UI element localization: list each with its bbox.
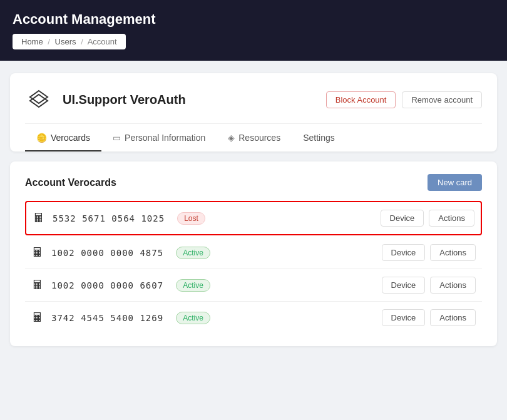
verocards-header: Account Verocards New card xyxy=(25,174,482,191)
account-card: UI.Support VeroAuth Block Account Remove… xyxy=(10,73,497,151)
main-content: UI.Support VeroAuth Block Account Remove… xyxy=(0,61,507,359)
actions-button[interactable]: Actions xyxy=(429,210,474,227)
remove-account-button[interactable]: Remove account xyxy=(402,91,482,108)
account-logo xyxy=(25,86,53,113)
card-icon: 🖩 xyxy=(31,310,44,325)
card-left: 🖩 5532 5671 0564 1025 Lost xyxy=(33,211,205,225)
device-button[interactable]: Device xyxy=(381,210,424,227)
card-actions: Device Actions xyxy=(381,210,474,227)
resources-tab-icon: ◈ xyxy=(228,133,235,143)
tab-verocards[interactable]: 🪙 Verocards xyxy=(25,125,101,151)
tab-resources[interactable]: ◈ Resources xyxy=(217,125,292,151)
card-icon: 🖩 xyxy=(33,211,45,225)
tab-settings[interactable]: Settings xyxy=(292,125,346,151)
card-left: 🖩 1002 0000 0000 6607 Active xyxy=(31,278,210,292)
actions-button[interactable]: Actions xyxy=(430,244,476,261)
top-header: Account Management Home / Users / Accoun… xyxy=(0,0,507,61)
card-left: 🖩 3742 4545 5400 1269 Active xyxy=(31,310,210,325)
card-icon: 🖩 xyxy=(31,278,44,292)
card-number: 3742 4545 5400 1269 xyxy=(51,313,163,323)
page-title: Account Management xyxy=(13,11,494,28)
device-button[interactable]: Device xyxy=(382,244,426,261)
breadcrumb-account: Account xyxy=(88,37,117,46)
account-tabs: 🪙 Verocards ▭ Personal Information ◈ Res… xyxy=(25,125,482,151)
card-left: 🖩 1002 0000 0000 4875 Active xyxy=(31,245,210,260)
card-actions: Device Actions xyxy=(382,244,476,261)
card-number: 1002 0000 0000 6607 xyxy=(51,280,163,290)
breadcrumb-home[interactable]: Home xyxy=(21,37,43,46)
breadcrumb: Home / Users / Account xyxy=(13,34,126,49)
card-number: 5532 5671 0564 1025 xyxy=(53,213,165,223)
card-status-badge: Lost xyxy=(177,212,205,225)
card-actions: Device Actions xyxy=(382,309,476,326)
block-account-button[interactable]: Block Account xyxy=(326,91,396,108)
tab-settings-label: Settings xyxy=(303,133,335,143)
card-icon: 🖩 xyxy=(31,245,44,260)
card-row: 🖩 3742 4545 5400 1269 Active Device Acti… xyxy=(25,302,482,334)
new-card-button[interactable]: New card xyxy=(428,174,482,191)
logo-icon xyxy=(25,86,53,113)
card-row: 🖩 1002 0000 0000 6607 Active Device Acti… xyxy=(25,269,482,302)
tab-personal-information[interactable]: ▭ Personal Information xyxy=(101,125,217,151)
verocards-section: Account Verocards New card 🖩 5532 5671 0… xyxy=(10,161,497,346)
card-list: 🖩 5532 5671 0564 1025 Lost Device Action… xyxy=(25,201,482,334)
tab-verocards-label: Verocards xyxy=(51,133,90,143)
tab-personal-information-label: Personal Information xyxy=(125,133,205,143)
account-name: UI.Support VeroAuth xyxy=(63,93,186,107)
card-actions: Device Actions xyxy=(382,277,476,294)
card-number: 1002 0000 0000 4875 xyxy=(51,248,163,258)
account-header: UI.Support VeroAuth Block Account Remove… xyxy=(25,86,482,124)
card-status-badge: Active xyxy=(176,279,210,292)
card-row: 🖩 1002 0000 0000 4875 Active Device Acti… xyxy=(25,237,482,269)
verocards-tab-icon: 🪙 xyxy=(36,133,47,143)
tab-resources-label: Resources xyxy=(238,133,280,143)
device-button[interactable]: Device xyxy=(382,277,426,294)
actions-button[interactable]: Actions xyxy=(430,277,476,294)
verocards-title: Account Verocards xyxy=(25,177,116,188)
actions-button[interactable]: Actions xyxy=(430,309,476,326)
personal-info-tab-icon: ▭ xyxy=(113,133,121,143)
card-status-badge: Active xyxy=(176,312,210,324)
account-info: UI.Support VeroAuth xyxy=(25,86,186,113)
breadcrumb-users[interactable]: Users xyxy=(55,37,76,46)
svg-marker-1 xyxy=(30,95,48,107)
card-status-badge: Active xyxy=(176,247,210,259)
card-row: 🖩 5532 5671 0564 1025 Lost Device Action… xyxy=(25,201,482,235)
device-button[interactable]: Device xyxy=(382,309,426,326)
account-header-actions: Block Account Remove account xyxy=(326,91,482,108)
svg-marker-0 xyxy=(30,91,48,103)
